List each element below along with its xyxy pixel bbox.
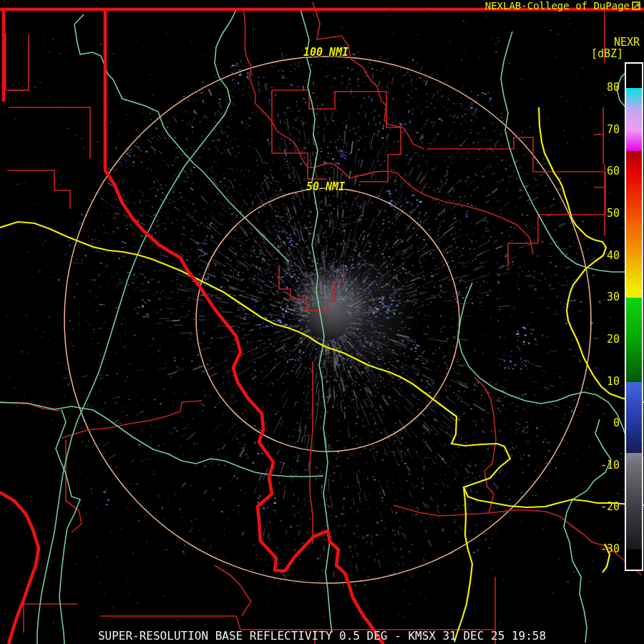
county-boundary-line xyxy=(24,604,77,633)
brand-header: NEXLAB-College of DuPage xyxy=(485,1,640,11)
thick-red-highway-line xyxy=(0,492,39,644)
river-line xyxy=(301,10,332,633)
county-boundary-line xyxy=(6,33,29,90)
river-line xyxy=(458,283,635,501)
river-line xyxy=(564,419,611,643)
county-boundary-line xyxy=(272,90,401,182)
county-boundary-line xyxy=(279,266,343,311)
range-rings-layer xyxy=(64,57,591,583)
river-line xyxy=(37,10,236,644)
yellow-road-line xyxy=(454,487,472,642)
range-ring-50nmi xyxy=(196,188,459,452)
river-line xyxy=(501,31,641,272)
product-status-bar: SUPER-RESOLUTION BASE REFLECTIVITY 0.5 D… xyxy=(0,629,644,643)
county-boundary-line xyxy=(0,401,202,532)
brand-text: NEXLAB-College of DuPage xyxy=(485,1,630,11)
map-overlay xyxy=(0,0,644,644)
county-boundary-line xyxy=(310,361,313,544)
county-boundary-line xyxy=(9,90,90,159)
thick-red-highway-line xyxy=(105,9,384,644)
range-ring-label-100nmi: 100 NMI xyxy=(303,46,348,59)
county-boundary-line xyxy=(215,565,251,616)
county-boundary-line xyxy=(394,377,606,546)
county-boundary-line xyxy=(428,137,605,266)
county-boundary-line xyxy=(313,2,424,149)
county-boundaries-layer xyxy=(0,2,642,644)
radar-display: 100 NMI 50 NMI NEXLAB-College of DuPage … xyxy=(0,0,644,644)
county-boundary-line xyxy=(243,10,430,197)
river-line xyxy=(56,409,80,644)
county-boundary-line xyxy=(594,10,605,236)
reflectivity-colorbar xyxy=(625,62,643,571)
colorbar-units-label: [dBZ] xyxy=(591,47,623,60)
county-boundary-line xyxy=(7,170,70,209)
college-of-dupage-logo-icon xyxy=(632,1,640,10)
reflectivity-colorbar-gradient xyxy=(626,64,642,570)
river-line xyxy=(0,402,323,477)
range-ring-100nmi xyxy=(64,57,591,583)
county-boundary-line xyxy=(430,197,533,254)
range-ring-label-50nmi: 50 NMI xyxy=(306,180,345,193)
rivers-layer xyxy=(0,10,641,644)
